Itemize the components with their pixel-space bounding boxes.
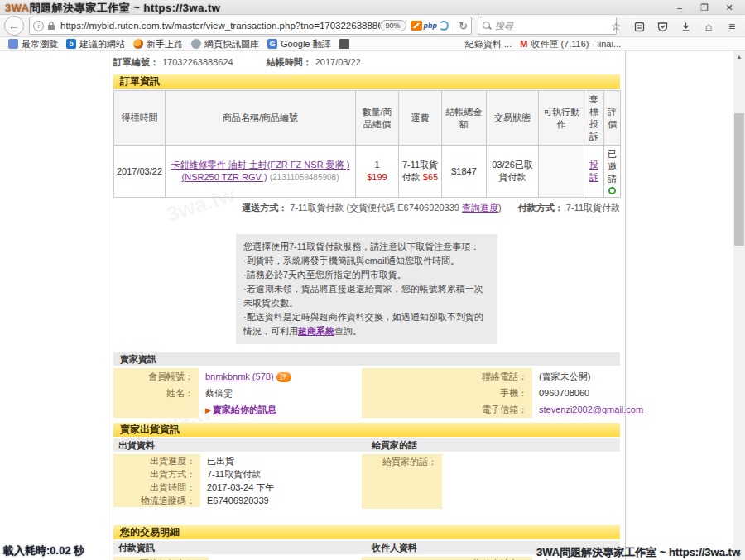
zoom-level-badge[interactable]: 90%: [380, 20, 406, 31]
shipment-data-subtitle: 出貨資料: [113, 438, 367, 452]
close-icon[interactable]: ✕: [717, 1, 742, 14]
ship-time-row: 出貨時間： 2017-03-24 下午: [113, 481, 362, 494]
seller-info: 會員帳號： bnmkbnmk (578)評 姓名： 蔡倍雯 ▶賣家給你的訊息: [113, 366, 620, 418]
google-translate-icon: G: [267, 39, 277, 49]
bookmark-label: Google 翻譯: [281, 38, 331, 50]
tracking-value: E67406920339: [200, 495, 269, 505]
payment-subtitle: 付款資訊: [113, 541, 367, 554]
vertical-scrollbar[interactable]: ▲ ▼: [733, 51, 745, 560]
seller-phone-row: 聯絡電話： (賣家未公開): [362, 368, 615, 385]
rating-status-icon: [608, 187, 616, 194]
cell-product: 卡鉗維修零件 油封 土封(FZR FZ NSR 愛將 )(NSR250 TZR …: [166, 146, 356, 198]
account-label: 會員帳號：: [113, 368, 199, 385]
bank-name-row: 匯款銀行名稱： --: [113, 557, 362, 560]
download-icon[interactable]: [674, 20, 697, 33]
url-text[interactable]: https://mybid.ruten.com.tw/master/view_t…: [60, 21, 380, 31]
most-visited-icon: [8, 39, 18, 49]
order-meta-row: 訂單編號： 17032263888624 結帳時間： 2017/03/22: [113, 55, 620, 69]
pickup-notice-box: 您選擇使用7-11取貨付款服務，請注意以下取貨注意事項： ·到貨時，系統將發手機…: [236, 234, 497, 344]
bookmark-item-web-slices[interactable]: 網頁快訊圖庫: [191, 38, 259, 50]
shipment-info: 出貨進度： 已出貨 出貨方式： 7-11取貨付款 出貨時間： 2017-03-2…: [113, 452, 620, 509]
empty-label: [113, 401, 199, 418]
cell-shipping: 7-11取貨付款 $65: [399, 146, 442, 198]
ship-method-label: 運送方式：: [242, 203, 287, 213]
minimize-icon[interactable]: –: [667, 1, 692, 14]
search-bar[interactable]: [478, 17, 617, 35]
bookmark-star-icon[interactable]: ☆: [604, 20, 627, 33]
php-icon[interactable]: php: [424, 22, 438, 30]
content-right-border: [625, 51, 626, 560]
complaint-link[interactable]: 投訴: [589, 160, 598, 182]
page-info-icon[interactable]: i: [33, 21, 44, 31]
bookmark-item-most-visited[interactable]: 最常瀏覽: [8, 38, 58, 50]
store-system-link[interactable]: 超商系統: [298, 326, 334, 336]
window-controls: – ❐ ✕: [667, 0, 742, 15]
watermark-title: 3WA問題解決專家工作室 ~ https://3wa.tw: [5, 1, 220, 16]
seller-left-col: 會員帳號： bnmkbnmk (578)評 姓名： 蔡倍雯 ▶賣家給你的訊息: [113, 368, 362, 418]
progress-link[interactable]: 查詢進度: [462, 203, 498, 213]
col-header-product: 商品名稱/商品編號: [166, 91, 356, 146]
shipment-left-col: 出貨進度： 已出貨 出貨方式： 7-11取貨付款 出貨時間： 2017-03-2…: [113, 454, 362, 509]
bookmark-label: 最常瀏覽: [22, 38, 58, 50]
ship-method-close: ): [498, 203, 502, 213]
seller-message-link[interactable]: 賣家給你的訊息: [213, 404, 276, 414]
bookmark-item-image[interactable]: [339, 39, 353, 49]
pay-method-value: 7-11取貨付款: [566, 203, 620, 213]
product-id: (21311059485908): [270, 173, 339, 182]
bookmark-item-gmail-inbox[interactable]: M 收件匣 (7,116) - linai...: [520, 38, 621, 50]
notice-last-post: 查詢。: [334, 326, 362, 336]
bookmarks-bar: 最常瀏覽 b 建議的網站 新手上路 網頁快訊圖庫 G Google 翻譯 紀錄資…: [0, 37, 745, 51]
gmail-icon: M: [520, 39, 527, 49]
pocket-icon[interactable]: [651, 20, 674, 33]
ruten-site-icon[interactable]: [411, 21, 422, 31]
cell-grand-total: $1847: [442, 146, 487, 198]
seller-email-link[interactable]: stevenzi2002@gmail.com: [539, 404, 643, 414]
buyer-note-subtitle: 給買家的話: [367, 438, 620, 452]
arrow-right-icon: ▶: [205, 406, 211, 414]
item-total: $199: [358, 171, 397, 184]
order-no-label: 訂單編號：: [113, 56, 159, 69]
home-icon[interactable]: ⌂: [697, 20, 720, 33]
search-input[interactable]: [495, 21, 603, 31]
scrollbar-thumb[interactable]: [734, 113, 744, 246]
bookmark-label: 建議的網站: [79, 38, 125, 50]
bookmarks-right-group: 紀錄資料 ... M 收件匣 (7,116) - linai...: [457, 38, 621, 50]
rating-text: 已邀請: [608, 149, 617, 184]
bookmark-item-history[interactable]: 紀錄資料 ...: [465, 38, 512, 50]
phone-label: 聯絡電話：: [362, 368, 532, 385]
email-label: 電子信箱：: [362, 401, 532, 418]
bookmark-label: 新手上路: [147, 38, 183, 50]
watermark-title-prefix: 3WA: [5, 2, 30, 14]
bookmarks-list-icon[interactable]: [627, 20, 651, 33]
bookmark-item-getting-started[interactable]: 新手上路: [133, 38, 183, 50]
transaction-page: 訂單編號： 17032263888624 結帳時間： 2017/03/22 訂單…: [108, 51, 625, 560]
cell-date: 2017/03/22: [114, 146, 166, 198]
seller-badge-icon[interactable]: 評: [276, 372, 291, 382]
notice-last-pre: ·配送資料是定時與超商作資料交換，如遇通知卻取不到貨的情況，可利用: [243, 312, 483, 336]
seller-rating-count-link[interactable]: (578): [252, 371, 274, 381]
notice-line-last: ·配送資料是定時與超商作資料交換，如遇通知卻取不到貨的情況，可利用超商系統查詢。: [243, 310, 490, 338]
menu-icon[interactable]: ≡: [720, 20, 743, 33]
watermark-brand-bottom: 3WA問題解決專家工作室 ~ https://3wa.tw: [536, 545, 740, 560]
notice-line: 您選擇使用7-11取貨付款服務，請注意以下取貨注意事項：: [243, 240, 490, 254]
seller-name: 蔡倍雯: [199, 387, 233, 400]
scroll-up-icon[interactable]: ▲: [733, 51, 745, 62]
checkout-time-value: 2017/03/22: [315, 57, 361, 67]
name-label: 姓名：: [113, 385, 199, 401]
restore-icon[interactable]: ❐: [692, 1, 717, 14]
order-table-row: 2017/03/22 卡鉗維修零件 油封 土封(FZR FZ NSR 愛將 )(…: [114, 146, 621, 198]
ship-progress-row: 出貨進度： 已出貨: [113, 454, 362, 467]
ship-fee: $65: [423, 172, 438, 182]
bookmark-item-google-translate[interactable]: G Google 翻譯: [267, 38, 331, 50]
firefox-icon: [133, 39, 143, 49]
ship-method-value: 7-11取貨付款 (交貨便代碼 E67406920339: [290, 203, 462, 213]
seller-account-link[interactable]: bnmkbnmk: [205, 371, 250, 381]
reload-icon[interactable]: ↻: [454, 20, 468, 32]
col-header-qty: 數量/商品總價: [356, 91, 399, 146]
url-bar[interactable]: i https://mybid.ruten.com.tw/master/view…: [29, 17, 472, 35]
watermark-load-time: 載入耗時:0.02 秒: [3, 543, 84, 558]
bookmark-item-suggested[interactable]: b 建議的網站: [66, 38, 125, 50]
back-button[interactable]: ←: [4, 16, 24, 36]
watermark-title-rest: 問題解決專家工作室 ~ https://3wa.tw: [30, 2, 221, 14]
swirl-addon-icon[interactable]: [439, 21, 449, 31]
